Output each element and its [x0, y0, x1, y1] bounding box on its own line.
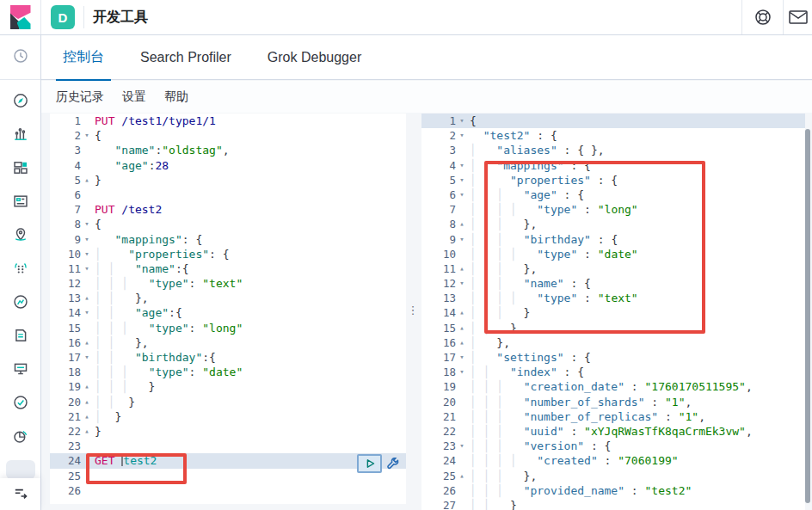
code-line[interactable]: 19│ │ │ "creation_date" : "1760170511595…: [421, 379, 805, 394]
code-line[interactable]: 5▴}: [50, 173, 406, 187]
code-line[interactable]: 12▾│ │ │ "name" : {: [421, 276, 805, 291]
code-line[interactable]: 3│ "aliases" : { },: [421, 143, 805, 157]
fold-toggle-icon[interactable]: ▴: [81, 335, 93, 350]
fold-toggle-icon[interactable]: ▾: [456, 128, 468, 143]
request-editor[interactable]: 1PUT /test1/type1/12▾{3 "name":"oldstag"…: [50, 114, 406, 504]
sidebar-item-machine-learning[interactable]: [0, 253, 41, 286]
fold-toggle-icon[interactable]: ▾: [456, 187, 468, 202]
code-line[interactable]: 17▾│ │ "birthday":{: [50, 350, 406, 365]
sidebar-item-dev-tools[interactable]: [6, 460, 35, 479]
code-line[interactable]: 23▾│ │ │ "version" : {: [421, 439, 805, 453]
sidebar-item-recently-viewed[interactable]: [0, 35, 40, 80]
fold-toggle-icon[interactable]: ▾: [456, 276, 468, 291]
fold-toggle-icon[interactable]: ▾: [456, 173, 468, 187]
code-line[interactable]: 11▴│ │ │ },: [421, 261, 805, 276]
code-line[interactable]: 10▾│ "properties": {: [50, 247, 406, 261]
code-line[interactable]: 22│ │ │ "uuid" : "xYJqRWasTfK8qaCrmEk3vw…: [421, 424, 805, 439]
settings-link[interactable]: 设置: [122, 89, 146, 105]
fold-toggle-icon[interactable]: ▾: [81, 232, 93, 247]
code-line[interactable]: 16▴│ },: [421, 335, 805, 350]
kibana-home-button[interactable]: [0, 0, 41, 34]
pane-resize-handle[interactable]: ⋮: [407, 295, 419, 324]
fold-toggle-icon[interactable]: ▾: [81, 350, 93, 365]
code-line[interactable]: 1▾{: [421, 114, 805, 128]
fold-toggle-icon[interactable]: ▴: [456, 261, 468, 276]
code-line[interactable]: 27│ │ }: [421, 498, 805, 510]
fold-toggle-icon[interactable]: ▾: [81, 261, 93, 276]
code-line[interactable]: 22▴}: [50, 424, 406, 439]
sidebar-item-logs[interactable]: [0, 320, 41, 353]
help-icon[interactable]: [741, 0, 783, 34]
sidebar-item-metrics[interactable]: [0, 286, 41, 320]
code-line[interactable]: 9▾ "mappings": {: [50, 232, 406, 247]
code-line[interactable]: 16▴│ │ },: [50, 335, 406, 350]
fold-toggle-icon[interactable]: ▾: [456, 158, 468, 173]
fold-toggle-icon[interactable]: ▴: [81, 409, 93, 424]
sidebar-item-uptime[interactable]: [0, 387, 41, 421]
fold-toggle-icon[interactable]: ▴: [81, 291, 93, 305]
code-line[interactable]: 2▾ "test2" : {: [421, 128, 805, 143]
code-line[interactable]: 19▴│ │ │ }: [50, 379, 406, 394]
tab-search-profiler[interactable]: Search Profiler: [133, 35, 238, 80]
code-line[interactable]: 12│ │ │ "type": "text": [50, 276, 406, 291]
fold-toggle-icon[interactable]: ▴: [81, 424, 93, 439]
response-viewer[interactable]: 1▾{2▾ "test2" : {3│ "aliases" : { },4▾│ …: [421, 114, 805, 510]
fold-toggle-icon[interactable]: ▾: [81, 305, 93, 320]
sidebar-item-visualize[interactable]: [0, 119, 41, 152]
code-line[interactable]: 13│ │ │ │ "type" : "text": [421, 291, 805, 305]
code-line[interactable]: 10│ │ │ │ "type" : "date": [421, 247, 805, 261]
code-line[interactable]: 14▾│ │ "age":{: [50, 305, 406, 320]
fold-toggle-icon[interactable]: ▴: [81, 379, 93, 394]
code-line[interactable]: 3 "name":"oldstag",: [50, 143, 406, 157]
fold-toggle-icon[interactable]: ▾: [456, 232, 468, 247]
code-line[interactable]: 4▾│ "mappings" : {: [421, 158, 805, 173]
code-line[interactable]: 23: [50, 439, 406, 453]
code-line[interactable]: 21▴│ }: [50, 409, 406, 424]
tab-grok-debugger[interactable]: Grok Debugger: [261, 35, 368, 80]
code-line[interactable]: 24│ │ │ │ "created" : "7060199": [421, 453, 805, 468]
code-line[interactable]: 17▾│ "settings" : {: [421, 350, 805, 365]
fold-toggle-icon[interactable]: ▾: [81, 217, 93, 231]
code-line[interactable]: 18│ │ │ "type": "date": [50, 365, 406, 379]
mail-icon[interactable]: [783, 0, 812, 34]
sidebar-item-dashboard[interactable]: [0, 152, 41, 186]
code-line[interactable]: 4 "age":28: [50, 158, 406, 173]
code-line[interactable]: 15▴│ │ }: [421, 321, 805, 335]
fold-toggle-icon[interactable]: ▾: [456, 365, 468, 379]
fold-toggle-icon[interactable]: ▴: [456, 321, 468, 335]
sidebar-item-discover[interactable]: [0, 85, 41, 119]
history-link[interactable]: 历史记录: [56, 89, 104, 105]
fold-toggle-icon[interactable]: ▴: [81, 173, 93, 187]
fold-toggle-icon[interactable]: ▾: [456, 439, 468, 453]
help-link[interactable]: 帮助: [164, 89, 188, 105]
code-line[interactable]: 8▴│ │ │ },: [421, 217, 805, 231]
code-line[interactable]: 20▴│ │ }: [50, 395, 406, 409]
request-options-wrench-icon[interactable]: [384, 456, 400, 471]
code-line[interactable]: 13▴│ │ },: [50, 291, 406, 305]
sidebar-item-apm[interactable]: [0, 353, 41, 387]
fold-toggle-icon[interactable]: ▾: [81, 128, 93, 143]
fold-toggle-icon[interactable]: ▴: [456, 469, 468, 483]
code-line[interactable]: 18▾│ │ "index" : {: [421, 365, 805, 379]
fold-toggle-icon[interactable]: ▾: [456, 114, 468, 128]
send-request-button[interactable]: [357, 454, 382, 473]
code-line[interactable]: 25: [50, 469, 406, 483]
code-line[interactable]: 8▾{: [50, 217, 406, 231]
sidebar-item-collapse-menu[interactable]: [13, 485, 28, 504]
sidebar-item-siem[interactable]: [0, 421, 41, 454]
code-line[interactable]: 26: [50, 483, 406, 498]
sidebar-item-canvas[interactable]: [0, 186, 41, 219]
code-line[interactable]: 5▾│ │ "properties" : {: [421, 173, 805, 187]
code-line[interactable]: 2▾{: [50, 128, 406, 143]
code-line[interactable]: 6▾│ │ │ "age" : {: [421, 187, 805, 202]
code-line[interactable]: 9▾│ │ │ "birthday" : {: [421, 232, 805, 247]
fold-toggle-icon[interactable]: ▴: [456, 305, 468, 320]
code-line[interactable]: 26│ │ │ "provided_name" : "test2": [421, 483, 805, 498]
code-line[interactable]: 1PUT /test1/type1/1: [50, 114, 406, 128]
code-line[interactable]: 24GET test2: [50, 453, 406, 468]
code-line[interactable]: 7│ │ │ │ "type" : "long": [421, 202, 805, 217]
tab-console[interactable]: 控制台: [56, 35, 111, 80]
fold-toggle-icon[interactable]: ▴: [81, 395, 93, 409]
code-line[interactable]: 7PUT /test2: [50, 202, 406, 217]
fold-toggle-icon[interactable]: ▴: [456, 335, 468, 350]
